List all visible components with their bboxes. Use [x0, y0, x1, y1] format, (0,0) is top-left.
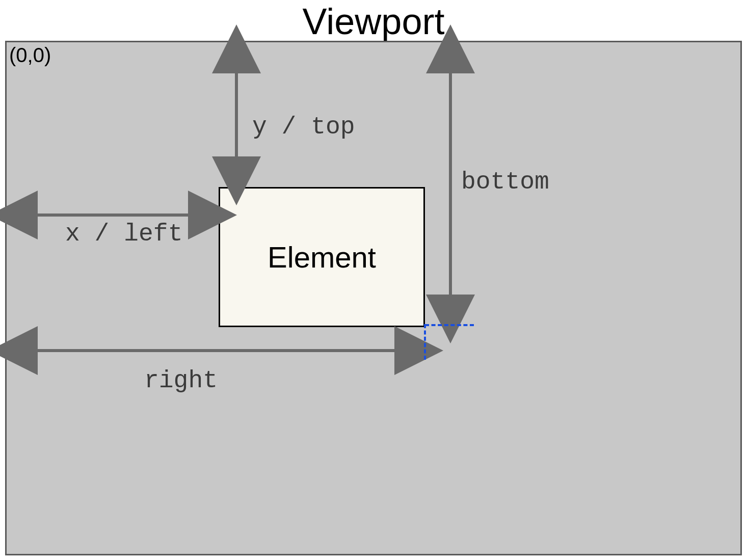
guide-dash-horizontal [425, 324, 474, 326]
diagram-title: Viewport [0, 0, 747, 43]
arrow-right [7, 340, 425, 361]
arrow-bottom [440, 43, 461, 325]
element-box: Element [219, 187, 425, 327]
label-right: right [144, 367, 218, 394]
arrow-y-top [226, 43, 247, 187]
guide-dash-vertical [424, 324, 426, 360]
element-label: Element [268, 240, 376, 274]
label-y-top: y / top [252, 113, 355, 141]
origin-label: (0,0) [9, 44, 51, 67]
label-bottom: bottom [461, 168, 549, 196]
label-x-left: x / left [65, 220, 182, 248]
